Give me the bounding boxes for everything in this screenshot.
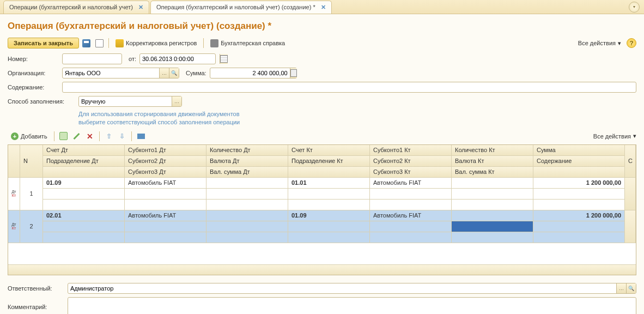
table-scrollbar[interactable] xyxy=(8,265,636,275)
cell-acc-dt[interactable]: 01.09 xyxy=(43,178,125,189)
number-input[interactable] xyxy=(62,53,122,64)
print-icon xyxy=(210,39,218,47)
tab-operations-list[interactable]: Операции (бухгалтерский и налоговый учет… xyxy=(3,1,149,14)
fill-method-hint: Для использования сторнирования движений… xyxy=(78,110,636,127)
save-icon xyxy=(82,39,90,47)
dtkt-indicator: ДтКт xyxy=(8,178,20,210)
col-dtkt xyxy=(8,145,20,178)
responsible-open-button[interactable]: 🔍 xyxy=(626,283,636,293)
cell-qty-kt[interactable] xyxy=(452,178,533,189)
arrow-down-icon: ⇩ xyxy=(119,132,125,140)
flag-button[interactable] xyxy=(135,130,147,142)
table-empty-area[interactable] xyxy=(8,243,636,265)
number-label: Номер: xyxy=(8,56,62,62)
col-sub3-kt[interactable]: Субконто3 Кт xyxy=(370,167,452,178)
col-acc-dt[interactable]: Счет Дт xyxy=(43,145,125,156)
col-cursum-kt[interactable]: Вал. сумма Кт xyxy=(452,167,533,178)
org-input[interactable] xyxy=(63,70,159,76)
copy-icon xyxy=(59,132,68,140)
date-input[interactable] xyxy=(140,56,220,62)
table-all-actions-button[interactable]: Все действия ▾ xyxy=(593,132,636,140)
add-row-button[interactable]: + Добавить xyxy=(8,131,51,141)
col-qty-kt[interactable]: Количество Кт xyxy=(452,145,533,156)
col-n[interactable]: N xyxy=(20,145,43,178)
calendar-button[interactable] xyxy=(220,54,228,64)
col-sub1-dt[interactable]: Субконто1 Дт xyxy=(125,145,206,156)
row-number[interactable]: 2 xyxy=(20,210,43,243)
row-number[interactable]: 1 xyxy=(20,178,43,210)
cell-amount[interactable]: 1 200 000,00 xyxy=(533,178,625,189)
cell-acc-kt[interactable]: 01.09 xyxy=(288,210,370,221)
cell-acc-dt[interactable]: 02.01 xyxy=(43,210,125,221)
accounting-ref-button[interactable]: Бухгалтерская справка xyxy=(207,38,288,49)
all-actions-button[interactable]: Все действия ▾ xyxy=(578,40,621,47)
content-label: Содержание: xyxy=(8,84,62,90)
main-toolbar: Записать и закрыть Корректировка регистр… xyxy=(8,37,636,49)
calculator-button[interactable] xyxy=(290,68,297,78)
cell-sub1-dt[interactable]: Автомобиль FIAT xyxy=(125,178,206,189)
tab-label: Операции (бухгалтерский и налоговый учет… xyxy=(9,4,133,10)
help-button[interactable]: ? xyxy=(627,38,636,48)
responsible-input[interactable] xyxy=(68,285,616,292)
close-icon[interactable]: ✕ xyxy=(321,4,326,11)
col-desc[interactable]: Содержание xyxy=(533,156,625,167)
col-cur-dt[interactable]: Валюта Дт xyxy=(206,156,288,167)
cell-sub1-dt[interactable]: Автомобиль FIAT xyxy=(125,210,206,221)
col-cursum-dt[interactable]: Вал. сумма Дт xyxy=(206,167,288,178)
col-qty-dt[interactable]: Количество Дт xyxy=(206,145,288,156)
col-sub2-dt[interactable]: Субконто2 Дт xyxy=(125,156,206,167)
move-down-button[interactable]: ⇩ xyxy=(116,130,128,142)
comment-input[interactable] xyxy=(68,297,636,314)
comment-label: Комментарий: xyxy=(8,304,68,310)
tab-operation-create[interactable]: Операция (бухгалтерский и налоговый учет… xyxy=(150,1,332,14)
col-cur-kt[interactable]: Валюта Кт xyxy=(452,156,533,167)
tab-bar: Операции (бухгалтерский и налоговый учет… xyxy=(0,0,644,14)
delete-row-button[interactable]: ✕ xyxy=(84,130,96,142)
arrow-up-icon: ⇧ xyxy=(106,132,112,140)
cell-amount[interactable]: 1 200 000,00 xyxy=(533,210,625,221)
col-sub1-kt[interactable]: Субконто1 Кт xyxy=(370,145,452,156)
copy-row-button[interactable] xyxy=(58,130,70,142)
fill-method-input[interactable] xyxy=(79,98,172,105)
responsible-select-button[interactable]: … xyxy=(616,283,626,293)
col-acc-kt[interactable]: Счет Кт xyxy=(288,145,370,156)
org-open-button[interactable]: 🔍 xyxy=(169,68,179,78)
tabs-dropdown-button[interactable]: ▾ xyxy=(629,2,640,13)
org-label: Организация: xyxy=(8,70,62,76)
edit-row-button[interactable] xyxy=(71,130,83,142)
table-toolbar: + Добавить ✕ ⇧ ⇩ Все действия ▾ xyxy=(8,130,636,142)
cell-qty-dt[interactable] xyxy=(206,178,288,189)
org-select-button[interactable]: … xyxy=(159,68,169,78)
col-dept-dt[interactable]: Подразделение Дт xyxy=(43,156,125,167)
content-input[interactable] xyxy=(62,82,636,93)
pencil-icon xyxy=(74,133,80,140)
col-dept-kt[interactable]: Подразделение Кт xyxy=(288,156,370,167)
delete-icon: ✕ xyxy=(87,132,93,141)
col-amount[interactable]: Сумма xyxy=(533,145,625,156)
entries-table: N Счет Дт Субконто1 Дт Количество Дт Сче… xyxy=(8,144,636,275)
cell-sub1-kt[interactable]: Автомобиль FIAT xyxy=(370,210,452,221)
fill-method-label: Способ заполнения: xyxy=(8,98,78,105)
save-button[interactable] xyxy=(80,37,92,49)
close-icon[interactable]: ✕ xyxy=(138,4,143,11)
registers-icon xyxy=(116,39,124,47)
document-icon xyxy=(95,39,104,47)
calendar-icon xyxy=(220,55,228,63)
col-c[interactable]: С xyxy=(625,145,636,178)
chevron-down-icon: ▾ xyxy=(618,40,621,47)
sum-input[interactable] xyxy=(210,70,290,76)
correction-registers-button[interactable]: Корректировка регистров xyxy=(112,38,200,49)
move-up-button[interactable]: ⇧ xyxy=(103,130,115,142)
cell-acc-kt[interactable]: 01.01 xyxy=(288,178,370,189)
save-close-button[interactable]: Записать и закрыть xyxy=(8,38,79,49)
cell-qty-kt[interactable] xyxy=(452,210,533,221)
focused-cell[interactable] xyxy=(452,221,533,232)
col-sub3-dt[interactable]: Субконто3 Дт xyxy=(125,167,206,178)
from-label: от: xyxy=(129,56,136,62)
plus-icon: + xyxy=(11,132,19,140)
doc-button[interactable] xyxy=(93,37,105,49)
cell-qty-dt[interactable] xyxy=(206,210,288,221)
fill-method-select-button[interactable]: … xyxy=(172,96,181,106)
col-sub2-kt[interactable]: Субконто2 Кт xyxy=(370,156,452,167)
cell-sub1-kt[interactable]: Автомобиль FIAT xyxy=(370,178,452,189)
